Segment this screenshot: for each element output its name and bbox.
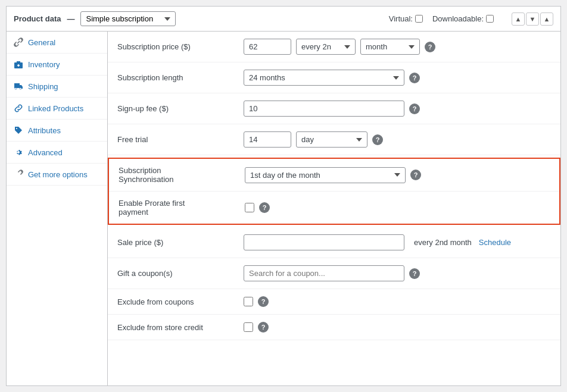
content-area: Subscription price ($) every 2n every 1 …	[108, 32, 560, 385]
virtual-downloadable: Virtual: Downloadable:	[389, 14, 494, 23]
prev-arrow-button[interactable]: ▲	[512, 12, 525, 26]
subscription-length-help-icon[interactable]: ?	[409, 73, 420, 83]
link-icon	[14, 104, 23, 113]
virtual-checkbox[interactable]	[415, 15, 423, 23]
free-trial-period-select[interactable]: day week month year	[296, 131, 367, 148]
subscription-sync-inputs: 1st day of the month Do not synchronise …	[245, 167, 550, 183]
subscription-length-select[interactable]: 24 months Never expire 1 month 2 months …	[244, 70, 404, 86]
sidebar-item-get-more-options[interactable]: Get more options	[7, 164, 107, 186]
product-type-select[interactable]: Simple subscription Simple product Varia…	[80, 11, 176, 26]
sidebar-inventory-label: Inventory	[28, 60, 60, 69]
sidebar-item-linked-products[interactable]: Linked Products	[7, 98, 107, 120]
subscription-price-input[interactable]	[244, 39, 291, 55]
product-data-header: Product data — Simple subscription Simpl…	[6, 6, 561, 31]
gift-coupon-help-icon[interactable]: ?	[409, 268, 420, 279]
sidebar-attributes-label: Attributes	[28, 126, 61, 135]
exclude-coupons-checkbox[interactable]	[244, 297, 253, 306]
wrench2-icon	[14, 170, 23, 179]
gift-coupon-inputs: ?	[244, 265, 551, 281]
gear-icon	[14, 148, 23, 157]
subscription-sync-help-icon[interactable]: ?	[410, 170, 421, 180]
svg-point-5	[16, 128, 17, 129]
exclude-store-credit-inputs: ?	[244, 322, 551, 333]
sale-price-label: Sale price ($)	[117, 238, 236, 247]
nav-arrows: ▲ ▼ ▲	[512, 12, 553, 26]
sale-every-text: every 2nd month	[414, 238, 472, 247]
sidebar-shipping-label: Shipping	[28, 82, 58, 91]
header-dash: —	[67, 14, 74, 23]
gift-coupon-label: Gift a coupon(s)	[117, 269, 236, 278]
exclude-coupons-label: Exclude from coupons	[117, 297, 236, 306]
sale-price-row: Sale price ($) every 2nd month Schedule	[108, 227, 560, 258]
downloadable-checkbox[interactable]	[486, 15, 494, 23]
sidebar-advanced-label: Advanced	[28, 148, 63, 157]
subscription-length-row: Subscription length 24 months Never expi…	[108, 62, 560, 93]
enable-prorate-row: Enable Prorate first payment ?	[109, 192, 559, 224]
svg-point-4	[20, 88, 21, 90]
sale-price-input[interactable]	[244, 234, 404, 250]
truck-icon	[14, 81, 23, 91]
subscription-price-label: Subscription price ($)	[117, 42, 236, 51]
sidebar-item-advanced[interactable]: Advanced	[7, 142, 107, 164]
signup-fee-inputs: ?	[244, 101, 551, 117]
free-trial-row: Free trial day week month year ?	[108, 124, 560, 155]
sidebar-get-more-options-label: Get more options	[28, 170, 88, 179]
free-trial-inputs: day week month year ?	[244, 131, 551, 148]
sidebar-general-label: General	[28, 38, 55, 47]
subscription-price-row: Subscription price ($) every 2n every 1 …	[108, 32, 560, 62]
period-select[interactable]: month day week year	[360, 39, 420, 55]
sidebar-item-attributes[interactable]: Attributes	[7, 120, 107, 142]
downloadable-label[interactable]: Downloadable:	[432, 14, 494, 23]
virtual-label[interactable]: Virtual:	[389, 14, 423, 23]
subscription-sync-row: Subscription Synchronisation 1st day of …	[109, 159, 559, 192]
exclude-store-credit-row: Exclude from store credit ?	[108, 315, 560, 340]
coupon-search-input[interactable]	[244, 265, 404, 281]
exclude-coupons-inputs: ?	[244, 296, 551, 307]
sale-price-inputs: every 2nd month Schedule	[244, 234, 551, 250]
signup-fee-input[interactable]	[244, 101, 404, 117]
sidebar: General Inventory Shipping Linked Produc…	[7, 32, 108, 385]
schedule-link[interactable]: Schedule	[479, 238, 511, 247]
subscription-sync-select[interactable]: 1st day of the month Do not synchronise …	[245, 167, 406, 183]
exclude-store-credit-checkbox[interactable]	[244, 322, 253, 332]
sidebar-item-shipping[interactable]: Shipping	[7, 76, 107, 98]
subscription-length-label: Subscription length	[117, 73, 236, 82]
free-trial-input[interactable]	[244, 131, 291, 148]
enable-prorate-checkbox[interactable]	[245, 203, 254, 212]
exclude-store-credit-label: Exclude from store credit	[117, 323, 236, 332]
exclude-coupons-help-icon[interactable]: ?	[258, 296, 269, 307]
enable-prorate-help-icon[interactable]: ?	[259, 202, 270, 213]
free-trial-help-icon[interactable]: ?	[372, 134, 383, 145]
subscription-length-inputs: 24 months Never expire 1 month 2 months …	[244, 70, 551, 86]
svg-point-3	[15, 88, 17, 90]
product-data-title: Product data	[14, 14, 61, 23]
down-arrow-button[interactable]: ▼	[526, 12, 539, 26]
every-select[interactable]: every 2n every 1 every 3	[296, 39, 356, 55]
free-trial-label: Free trial	[117, 135, 236, 144]
exclude-store-credit-help-icon[interactable]: ?	[258, 322, 269, 333]
enable-prorate-inputs: ?	[245, 202, 550, 213]
highlighted-section: Subscription Synchronisation 1st day of …	[108, 158, 560, 225]
sidebar-item-inventory[interactable]: Inventory	[7, 54, 107, 76]
signup-fee-label: Sign-up fee ($)	[117, 104, 236, 113]
page-wrapper: Product data — Simple subscription Simpl…	[0, 0, 567, 392]
enable-prorate-label: Enable Prorate first payment	[119, 199, 238, 217]
exclude-coupons-row: Exclude from coupons ?	[108, 289, 560, 315]
subscription-price-inputs: every 2n every 1 every 3 month day week …	[244, 39, 551, 55]
collapse-arrow-button[interactable]: ▲	[540, 12, 553, 26]
subscription-sync-label: Subscription Synchronisation	[119, 166, 238, 184]
main-panel: General Inventory Shipping Linked Produc…	[6, 31, 561, 386]
signup-fee-row: Sign-up fee ($) ?	[108, 93, 560, 124]
signup-fee-help-icon[interactable]: ?	[409, 104, 420, 114]
tag-icon	[14, 126, 23, 135]
box-icon	[14, 59, 23, 69]
sidebar-item-general[interactable]: General	[7, 32, 107, 54]
wrench-icon	[14, 37, 23, 47]
subscription-price-help-icon[interactable]: ?	[425, 42, 435, 52]
sidebar-linked-products-label: Linked Products	[28, 104, 83, 113]
gift-coupon-row: Gift a coupon(s) ?	[108, 258, 560, 289]
